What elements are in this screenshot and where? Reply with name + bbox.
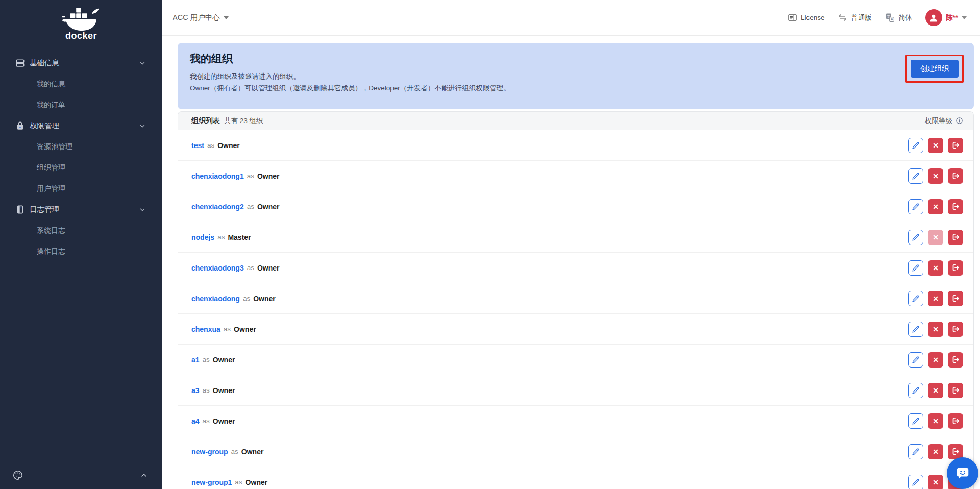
leave-org-button[interactable] [948,413,963,429]
chevron-down-icon[interactable] [139,60,146,67]
leave-org-button[interactable] [948,352,963,368]
leave-org-button[interactable] [948,383,963,398]
topbar-right: License 普通版 文 A 简体 [788,9,967,26]
page-title: 我的组织 [190,52,962,66]
sidebar-item-label: 系统日志 [37,226,65,235]
perm-level-header: 权限等级 [925,116,963,126]
topbar: ACC 用户中心 License 普通版 文 [162,0,980,36]
delete-org-button[interactable]: ✕ [928,322,943,337]
org-rows: test as Owner ✕ [178,130,973,489]
logout-icon [951,141,960,150]
row-actions: ✕ [908,168,963,184]
edit-org-button[interactable] [908,352,923,368]
edit-org-button[interactable] [908,291,923,306]
delete-org-button[interactable]: ✕ [928,199,943,214]
leave-org-button[interactable] [948,138,963,153]
locale-switcher[interactable]: 文 A 简体 [885,13,912,22]
sidebar-collapse-icon[interactable] [140,471,148,481]
license-link[interactable]: License [788,13,825,22]
row-actions: ✕ [908,138,963,153]
sidebar-item[interactable]: 基础信息 [0,53,162,74]
delete-org-button[interactable]: ✕ [928,383,943,398]
edit-org-button[interactable] [908,199,923,214]
org-role: Owner [234,325,256,333]
org-name-link[interactable]: a3 [191,386,200,395]
info-icon[interactable] [955,117,963,125]
org-name-link[interactable]: new-group1 [191,478,232,486]
leave-org-button[interactable] [948,168,963,184]
sidebar-item[interactable]: 操作日志 [0,241,162,262]
delete-org-button[interactable]: ✕ [928,444,943,459]
org-name-link[interactable]: a1 [191,356,200,364]
chevron-down-icon[interactable] [139,123,146,130]
org-name-link[interactable]: a4 [191,417,200,425]
edit-org-button[interactable] [908,260,923,276]
edition-switcher[interactable]: 普通版 [838,13,872,22]
page-description: 我创建的组织及被邀请进入的组织。 Owner（拥有者）可以管理组织（邀请及删除其… [190,70,962,94]
sidebar-item[interactable]: 我的订单 [0,94,162,115]
close-icon: ✕ [933,448,939,456]
edit-org-button[interactable] [908,475,923,489]
user-menu[interactable]: 陈** [925,9,967,26]
close-icon: ✕ [933,172,939,180]
table-row: chenxiaodong2 as Owner ✕ [178,191,973,222]
edition-label: 普通版 [851,13,872,22]
delete-org-button[interactable]: ✕ [928,168,943,184]
org-role: Owner [246,478,268,486]
theme-palette-icon[interactable] [12,470,23,483]
org-name-link[interactable]: chenxiaodong [191,295,240,303]
org-name-link[interactable]: new-group [191,448,228,456]
table-row: a1 as Owner ✕ [178,345,973,375]
org-name-link[interactable]: chenxiaodong2 [191,203,244,211]
org-role: Owner [241,448,264,456]
create-org-button[interactable]: 创建组织 [911,60,959,78]
as-label: as [247,264,254,272]
edit-org-button[interactable] [908,322,923,337]
table-row: chenxiaodong3 as Owner ✕ [178,253,973,283]
sidebar-item[interactable]: 组织管理 [0,157,162,178]
support-chat-button[interactable] [947,457,978,489]
org-name-link[interactable]: chenxiaodong1 [191,172,244,180]
as-label: as [247,172,254,180]
leave-org-button[interactable] [948,444,963,459]
leave-org-button[interactable] [948,230,963,245]
leave-org-button[interactable] [948,260,963,276]
delete-org-button[interactable]: ✕ [928,230,943,245]
edit-org-button[interactable] [908,444,923,459]
org-name-link[interactable]: chenxiaodong3 [191,264,244,272]
row-actions: ✕ [908,199,963,214]
delete-org-button[interactable]: ✕ [928,138,943,153]
as-label: as [207,141,214,149]
leave-org-button[interactable] [948,199,963,214]
org-name-link[interactable]: chenxua [191,325,220,333]
org-role: Owner [257,203,280,211]
sidebar-item[interactable]: 权限管理 [0,115,162,136]
app-selector-label: ACC 用户中心 [173,13,220,22]
sidebar-item[interactable]: 我的信息 [0,74,162,94]
delete-org-button[interactable]: ✕ [928,413,943,429]
leave-org-button[interactable] [948,291,963,306]
leave-org-button[interactable] [948,322,963,337]
sidebar-item-label: 日志管理 [30,205,59,214]
as-label: as [203,417,210,425]
sidebar-item-label: 我的订单 [37,101,65,110]
edit-org-button[interactable] [908,413,923,429]
org-name-link[interactable]: test [191,141,204,150]
edit-org-button[interactable] [908,383,923,398]
delete-org-button[interactable]: ✕ [928,352,943,368]
sidebar-item[interactable]: 日志管理 [0,199,162,220]
sidebar-item[interactable]: 系统日志 [0,220,162,241]
sidebar-item-label: 组织管理 [37,163,65,173]
org-name-link[interactable]: nodejs [191,233,214,241]
app-selector[interactable]: ACC 用户中心 [173,13,229,22]
edit-org-button[interactable] [908,230,923,245]
delete-org-button[interactable]: ✕ [928,260,943,276]
delete-org-button[interactable]: ✕ [928,291,943,306]
chevron-down-icon[interactable] [139,206,146,213]
edit-org-button[interactable] [908,138,923,153]
delete-org-button[interactable]: ✕ [928,475,943,489]
sidebar-item[interactable]: 用户管理 [0,178,162,199]
sidebar-item[interactable]: 资源池管理 [0,136,162,157]
table-row: chenxiaodong1 as Owner ✕ [178,161,973,191]
edit-org-button[interactable] [908,168,923,184]
